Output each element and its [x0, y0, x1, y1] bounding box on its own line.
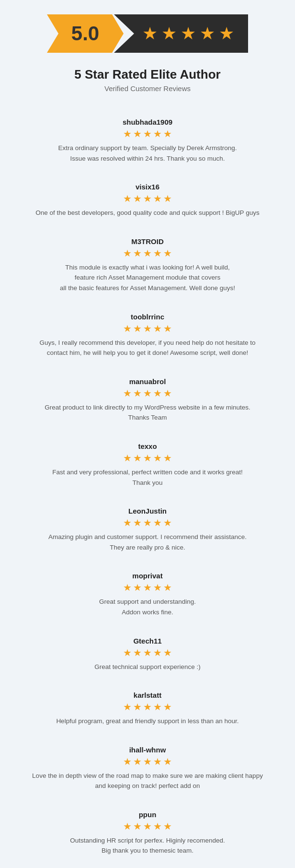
subtitle: Verified Customer Reviews [74, 84, 220, 93]
star-icon: ★ [143, 452, 152, 464]
star-icon: ★ [153, 128, 162, 140]
reviewer-name: LeonJustin [29, 507, 266, 515]
star-icon: ★ [163, 247, 172, 259]
star-icon: ★ [163, 517, 172, 528]
star-icon: ★ [133, 647, 142, 658]
review-item: karlstatt★★★★★Helpful program, great and… [19, 682, 276, 735]
reviewer-name: Gtech11 [29, 637, 266, 645]
star-icon: ★ [163, 128, 172, 140]
star-icon: ★ [153, 756, 162, 767]
star-icon: ★ [143, 128, 152, 140]
star-icon: ★ [123, 452, 132, 464]
review-text: Helpful program, great and friendly supp… [29, 716, 266, 727]
star-icon: ★ [163, 821, 172, 832]
star-icon: ★ [123, 756, 132, 767]
star-icon: ★ [133, 128, 142, 140]
reviewer-name: moprivat [29, 572, 266, 580]
star-icon: ★ [143, 323, 152, 334]
star-icon: ★ [123, 193, 132, 204]
review-text: Great technical support experience :) [29, 662, 266, 672]
star-icon: ★ [123, 582, 132, 593]
review-item: ppun★★★★★Outstanding HR script for perfe… [19, 802, 276, 865]
reviewer-name: karlstatt [29, 691, 266, 699]
rating-badge-container: 5.0 ★ ★ ★ ★ ★ [47, 14, 248, 53]
star-icon: ★ [143, 701, 152, 713]
star-icon: ★ [133, 323, 142, 334]
star-icon: ★ [163, 582, 172, 593]
star-icon: ★ [163, 193, 172, 204]
star-icon: ★ [163, 323, 172, 334]
star-icon: ★ [163, 756, 172, 767]
review-stars: ★★★★★ [29, 821, 266, 832]
review-stars: ★★★★★ [29, 452, 266, 464]
review-item: moprivat★★★★★Great support and understan… [19, 563, 276, 626]
review-text: Fast and very professional, perfect writ… [29, 467, 266, 488]
banner-star-5: ★ [219, 23, 234, 44]
review-text: One of the best developers, good quality… [29, 208, 266, 218]
star-icon: ★ [153, 582, 162, 593]
star-icon: ★ [153, 247, 162, 259]
review-item: LeonJustin★★★★★Amazing plugin and custom… [19, 498, 276, 561]
banner-stars: ★ ★ ★ ★ ★ [142, 23, 234, 44]
reviewer-name: tooblrrinc [29, 313, 266, 321]
star-icon: ★ [123, 247, 132, 259]
banner-star-2: ★ [161, 23, 177, 44]
reviews-container: shubhada1909★★★★★Extra ordinary support … [0, 105, 295, 868]
star-icon: ★ [123, 821, 132, 832]
star-icon: ★ [153, 387, 162, 399]
review-item: Gtech11★★★★★Great technical support expe… [19, 628, 276, 681]
review-text: Great support and understanding.Addon wo… [29, 597, 266, 617]
review-item: texxo★★★★★Fast and very professional, pe… [19, 434, 276, 496]
star-icon: ★ [153, 452, 162, 464]
star-icon: ★ [143, 582, 152, 593]
reviewer-name: ppun [29, 810, 266, 819]
review-item: M3TROID★★★★★This module is exactly what … [19, 229, 276, 302]
review-stars: ★★★★★ [29, 387, 266, 399]
star-icon: ★ [143, 821, 152, 832]
star-icon: ★ [123, 323, 132, 334]
star-icon: ★ [123, 128, 132, 140]
star-icon: ★ [143, 647, 152, 658]
review-stars: ★★★★★ [29, 247, 266, 259]
star-icon: ★ [153, 647, 162, 658]
header-section: 5.0 ★ ★ ★ ★ ★ 5 Star Rated Elite Author … [0, 0, 295, 105]
review-stars: ★★★★★ [29, 701, 266, 713]
review-stars: ★★★★★ [29, 193, 266, 204]
reviewer-name: M3TROID [29, 237, 266, 246]
star-icon: ★ [153, 193, 162, 204]
star-icon: ★ [163, 452, 172, 464]
review-stars: ★★★★★ [29, 647, 266, 658]
banner-star-3: ★ [181, 23, 196, 44]
star-icon: ★ [123, 701, 132, 713]
reviewer-name: manuabrol [29, 377, 266, 386]
rating-stars-banner: ★ ★ ★ ★ ★ [114, 14, 248, 53]
reviewer-name: texxo [29, 442, 266, 450]
main-title: 5 Star Rated Elite Author [74, 67, 220, 82]
star-icon: ★ [143, 756, 152, 767]
star-icon: ★ [163, 387, 172, 399]
star-icon: ★ [123, 387, 132, 399]
review-stars: ★★★★★ [29, 517, 266, 528]
review-item: tooblrrinc★★★★★Guys, I really recommend … [19, 304, 276, 367]
review-stars: ★★★★★ [29, 323, 266, 334]
review-item: manuabrol★★★★★Great product to link dire… [19, 369, 276, 432]
review-stars: ★★★★★ [29, 756, 266, 767]
star-icon: ★ [153, 517, 162, 528]
star-icon: ★ [133, 247, 142, 259]
star-icon: ★ [153, 323, 162, 334]
star-icon: ★ [163, 701, 172, 713]
review-text: This module is exactly what i was lookin… [29, 262, 266, 293]
review-stars: ★★★★★ [29, 128, 266, 140]
star-icon: ★ [143, 387, 152, 399]
star-icon: ★ [143, 193, 152, 204]
review-text: Extra ordinary support by team. Speciall… [29, 143, 266, 164]
review-item: visix16★★★★★One of the best developers, … [19, 174, 276, 227]
star-icon: ★ [133, 517, 142, 528]
star-icon: ★ [153, 701, 162, 713]
star-icon: ★ [143, 517, 152, 528]
review-text: Love the in depth view of the road map t… [29, 771, 266, 791]
star-icon: ★ [133, 821, 142, 832]
star-icon: ★ [153, 821, 162, 832]
reviewer-name: visix16 [29, 183, 266, 191]
star-icon: ★ [133, 582, 142, 593]
